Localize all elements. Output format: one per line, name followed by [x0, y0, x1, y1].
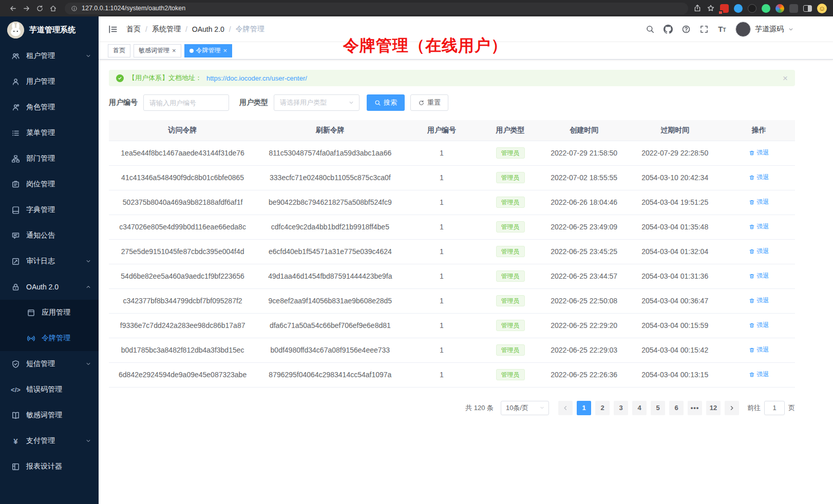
tab-oauth2-token[interactable]: 令牌管理×	[184, 44, 233, 57]
sidebar-item-menu[interactable]: 菜单管理	[0, 120, 99, 146]
breadcrumb: 首页/系统管理/OAuth 2.0/令牌管理	[126, 25, 264, 34]
pager-goto: 前往 页	[747, 401, 795, 415]
doc-link[interactable]: https://doc.iocoder.cn/user-center/	[206, 74, 307, 82]
sidebar-item-sms[interactable]: 短信管理	[0, 351, 99, 377]
sidebar-item-user[interactable]: 用户管理	[0, 69, 99, 94]
user-type-badge: 管理员	[496, 221, 525, 232]
breadcrumb-item[interactable]: OAuth 2.0	[192, 25, 224, 33]
extension-colorful-icon[interactable]	[775, 4, 784, 13]
force-logout-button[interactable]: 强退	[749, 247, 769, 256]
sidebar-item-notice[interactable]: 通知公告	[0, 223, 99, 248]
extension-puzzle-icon[interactable]	[789, 4, 798, 13]
sidebar-item-dict[interactable]: 字典管理	[0, 197, 99, 223]
tab-close-icon[interactable]: ×	[172, 47, 176, 54]
pager-next-button[interactable]	[725, 401, 739, 415]
user-type-badge: 管理员	[496, 320, 525, 331]
breadcrumb-separator: /	[229, 25, 231, 33]
force-logout-button[interactable]: 强退	[749, 321, 769, 329]
tab-sensitive-word[interactable]: 敏感词管理×	[134, 44, 181, 57]
user-menu[interactable]: 芋道源码	[735, 22, 794, 37]
sidebar-item-sensitive-word[interactable]: 敏感词管理	[0, 402, 99, 428]
refresh-token-cell: 9ce8ef2aa9f14056b831ae9b608e28d5	[256, 288, 404, 313]
bookmark-star-icon[interactable]	[707, 4, 715, 12]
page-size-select[interactable]: 10条/页	[501, 401, 549, 415]
refresh-token-cell: b0df4980ffd34c67a08f9156e4eee733	[256, 338, 404, 362]
force-logout-button[interactable]: 强退	[749, 345, 769, 354]
action-cell: 强退	[723, 313, 795, 338]
sidebar-fold-icon[interactable]	[108, 24, 118, 34]
force-logout-button[interactable]: 强退	[749, 173, 769, 182]
user-type-select[interactable]: 请选择用户类型	[274, 94, 359, 111]
force-logout-button[interactable]: 强退	[749, 272, 769, 280]
extension-blue-icon[interactable]	[734, 4, 743, 13]
sidebar-item-oauth2-application[interactable]: 应用管理	[0, 300, 99, 325]
sidebar-item-report-designer[interactable]: 报表设计器	[0, 454, 99, 479]
breadcrumb-item[interactable]: 首页	[126, 25, 141, 34]
page-button[interactable]: 3	[614, 401, 628, 415]
tab-close-icon[interactable]: ×	[223, 47, 228, 54]
sidebar-item-dept[interactable]: 部门管理	[0, 146, 99, 171]
page-button[interactable]: 5	[651, 401, 665, 415]
address-bar[interactable]: 127.0.0.1:1024/system/oauth2/token	[65, 3, 688, 14]
user-type-badge: 管理员	[496, 295, 525, 306]
app-logo[interactable]: 芋道管理系统	[0, 16, 99, 43]
sidebar-item-post[interactable]: 岗位管理	[0, 171, 99, 197]
search-icon[interactable]	[646, 25, 655, 34]
page-button[interactable]: 4	[632, 401, 647, 415]
sidebar-item-oauth2-token[interactable]: 令牌管理	[0, 325, 99, 351]
force-logout-label: 强退	[756, 272, 769, 280]
breadcrumb-item[interactable]: 系统管理	[152, 25, 181, 34]
force-logout-button[interactable]: 强退	[749, 198, 769, 206]
browser-reload-button[interactable]	[33, 2, 46, 14]
sidebar-item-oauth2[interactable]: OAuth 2.0	[0, 274, 99, 300]
extension-dark-icon[interactable]	[748, 4, 756, 13]
browser-home-button[interactable]	[46, 2, 60, 14]
browser-forward-button[interactable]	[20, 2, 33, 14]
role-icon	[11, 103, 20, 112]
user-avatar	[735, 22, 751, 37]
tab-home[interactable]: 首页	[108, 44, 130, 57]
alert-close-icon[interactable]: ×	[783, 74, 788, 83]
extension-red-icon[interactable]	[720, 4, 729, 13]
user-type-badge: 管理员	[496, 246, 525, 257]
user-id-input[interactable]	[143, 94, 229, 111]
fullscreen-icon[interactable]	[699, 25, 709, 34]
sidebar-item-label: 通知公告	[26, 231, 55, 240]
page-button[interactable]: 12	[706, 401, 721, 415]
force-logout-label: 强退	[756, 370, 769, 379]
reset-button[interactable]: 重置	[410, 94, 448, 111]
share-icon[interactable]	[693, 4, 702, 12]
help-icon[interactable]	[681, 25, 691, 34]
sidebar-item-role[interactable]: 角色管理	[0, 94, 99, 120]
search-button[interactable]: 搜索	[367, 94, 405, 111]
sidebar-menu: 租户管理用户管理角色管理菜单管理部门管理岗位管理字典管理通知公告审计日志OAut…	[0, 43, 99, 479]
app-icon	[27, 308, 35, 317]
page-button[interactable]: 2	[595, 401, 610, 415]
sidebar-item-error-code[interactable]: </>错误码管理	[0, 377, 99, 402]
sidebar-item-audit-log[interactable]: 审计日志	[0, 248, 99, 274]
tab-groups-icon[interactable]	[803, 5, 812, 12]
force-logout-button[interactable]: 强退	[749, 148, 769, 157]
pager-prev-button[interactable]	[558, 401, 573, 415]
goto-page-input[interactable]	[764, 401, 785, 415]
force-logout-button[interactable]: 强退	[749, 370, 769, 379]
action-cell: 强退	[723, 239, 795, 264]
browser-profile-avatar[interactable]: ☺	[817, 4, 827, 13]
trash-icon	[749, 224, 755, 230]
sidebar-item-pay[interactable]: ¥支付管理	[0, 428, 99, 454]
github-icon[interactable]	[664, 25, 673, 34]
page-button[interactable]: 1	[577, 401, 591, 415]
extension-green-icon[interactable]	[762, 4, 770, 13]
browser-back-button[interactable]	[6, 2, 20, 14]
force-logout-label: 强退	[756, 148, 769, 157]
force-logout-button[interactable]: 强退	[749, 296, 769, 305]
page-content: 【用户体系】文档地址： https://doc.iocoder.cn/user-…	[99, 60, 833, 504]
force-logout-button[interactable]: 强退	[749, 222, 769, 231]
font-size-icon[interactable]: TT	[717, 25, 727, 34]
trash-icon	[749, 372, 755, 378]
page-button[interactable]: 6	[669, 401, 684, 415]
sidebar-item-tenant[interactable]: 租户管理	[0, 43, 99, 69]
refresh-token-cell: 49d1aa46d1454fbd87591444423be9fa	[256, 264, 404, 288]
pager-more-button[interactable]: •••	[688, 401, 702, 415]
notice-icon	[11, 231, 20, 240]
